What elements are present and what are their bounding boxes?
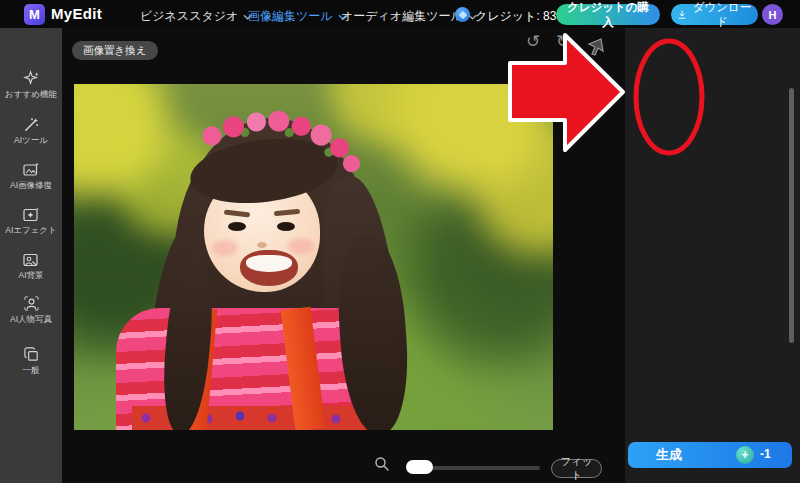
menu-business-studio[interactable]: ビジネススタジオ (140, 8, 252, 25)
sidebar-label: 一般 (0, 365, 62, 375)
panel-scrollbar[interactable] (789, 88, 794, 343)
download-icon (677, 9, 687, 21)
sidebar-item-general[interactable]: 一般 (0, 346, 62, 375)
myedit-app: M MyEdit ビジネススタジオ 画像編集ツール オーディオ編集ツール クレジ… (0, 0, 800, 483)
sidebar-label: AI画像修復 (0, 180, 62, 190)
menu-image-edit-tools[interactable]: 画像編集ツール (248, 8, 347, 25)
credit-balance: クレジット: 837 (475, 8, 563, 25)
zoom-slider-handle[interactable] (406, 460, 433, 474)
generate-button[interactable]: 生成 + -1 (628, 442, 792, 468)
sparkles-icon (23, 70, 40, 87)
replace-image-button[interactable]: 画像置き換え (72, 41, 158, 60)
generate-label: 生成 (656, 446, 682, 464)
credit-cost: -1 (760, 447, 771, 461)
sidebar-item-recommended[interactable]: おすすめ機能 (0, 70, 62, 99)
zoom-magnifier-icon (374, 456, 390, 472)
sidebar-item-ai-portrait[interactable]: AI人物写真 (0, 295, 62, 324)
menu-label: オーディオ編集ツール (341, 8, 463, 25)
wand-icon (23, 116, 40, 133)
download-label: ダウンロード (692, 0, 752, 30)
buy-credits-button[interactable]: クレジットの購入 (556, 4, 660, 25)
photo-blush (212, 240, 238, 256)
left-sidebar: おすすめ機能 AIツール AI画像修復 AIエフェクト (0, 28, 62, 483)
myedit-logo-icon[interactable]: M (24, 4, 45, 25)
photo-eye (228, 222, 246, 231)
fit-button[interactable]: フィット (551, 459, 602, 478)
photo-teeth (246, 255, 292, 272)
download-button[interactable]: ダウンロード (671, 4, 758, 25)
background-icon (22, 251, 40, 268)
effects-icon (22, 206, 40, 223)
user-avatar[interactable]: H (762, 4, 783, 25)
sidebar-label: おすすめ機能 (0, 89, 62, 99)
sidebar-item-ai-effects[interactable]: AIエフェクト (0, 206, 62, 235)
portrait-icon (23, 295, 40, 312)
photo-nose (257, 242, 267, 248)
sidebar-item-ai-image-repair[interactable]: AI画像修復 (0, 161, 62, 190)
sidebar-label: AI背景 (0, 270, 62, 280)
undo-icon[interactable]: ↺ (526, 32, 540, 52)
sidebar-label: AIエフェクト (0, 225, 62, 235)
mouse-cursor-icon (583, 35, 607, 59)
top-bar: M MyEdit ビジネススタジオ 画像編集ツール オーディオ編集ツール クレジ… (0, 0, 800, 28)
layers-icon (23, 346, 40, 363)
style-panel (625, 28, 800, 483)
credit-cost-coin-icon: + (736, 446, 754, 464)
photo-girl-flower-crown[interactable] (74, 84, 553, 430)
photo-blush (288, 238, 314, 254)
sidebar-item-ai-tools[interactable]: AIツール (0, 116, 62, 145)
redo-icon[interactable]: ↻ (556, 32, 570, 52)
myedit-logo-text[interactable]: MyEdit (51, 5, 102, 22)
photo-eye (277, 222, 295, 231)
menu-label: ビジネススタジオ (140, 8, 238, 25)
sidebar-label: AIツール (0, 135, 62, 145)
sidebar-label: AI人物写真 (0, 314, 62, 324)
image-repair-icon (22, 161, 40, 178)
credit-coin-icon (455, 7, 470, 22)
menu-label: 画像編集ツール (248, 8, 333, 25)
sidebar-item-ai-background[interactable]: AI背景 (0, 251, 62, 280)
